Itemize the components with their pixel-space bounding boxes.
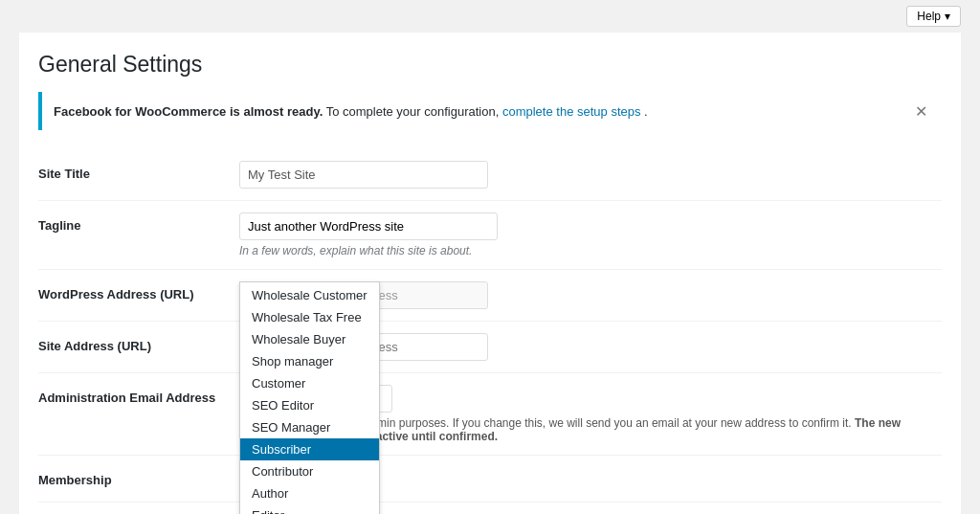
tagline-label: Tagline (38, 201, 230, 270)
site-address-label: Site Address (URL) (38, 322, 230, 373)
notice-after: . (644, 104, 648, 119)
help-label: Help (917, 10, 941, 23)
site-title-input[interactable] (239, 161, 488, 189)
new-user-role-row: New User Default Role Wholesale Customer… (38, 503, 942, 515)
dropdown-option[interactable]: Subscriber (240, 438, 379, 460)
site-title-cell (230, 149, 942, 201)
membership-label: Membership (38, 456, 230, 503)
page-wrapper: Help ▾ General Settings Facebook for Woo… (0, 0, 980, 514)
notice-bar: Facebook for WooCommerce is almost ready… (38, 92, 942, 130)
help-arrow: ▾ (945, 10, 950, 23)
dropdown-option[interactable]: Editor (240, 504, 379, 514)
wp-address-row: WordPress Address (URL) Wholesale Custom… (38, 270, 942, 322)
dropdown-option[interactable]: Customer (240, 372, 379, 394)
notice-close-button[interactable]: ✕ (911, 101, 930, 121)
site-title-row: Site Title (38, 149, 942, 201)
site-address-row: Site Address (URL) (38, 322, 942, 373)
site-title-label: Site Title (38, 149, 230, 201)
wp-address-cell: Wholesale CustomerWholesale Tax FreeWhol… (230, 270, 942, 322)
tagline-input[interactable] (239, 212, 498, 240)
content-area: General Settings Facebook for WooCommerc… (19, 33, 961, 514)
tagline-row: Tagline In a few words, explain what thi… (38, 201, 942, 270)
tagline-helper: In a few words, explain what this site i… (239, 244, 932, 257)
wp-address-label: WordPress Address (URL) (38, 270, 230, 322)
settings-table: Site Title Tagline In a few words, expla… (38, 149, 942, 514)
notice-text: Facebook for WooCommerce is almost ready… (54, 104, 648, 119)
dropdown-option[interactable]: Wholesale Buyer (240, 328, 379, 350)
dropdown-option[interactable]: Shop manager (240, 350, 379, 372)
dropdown-option[interactable]: Wholesale Tax Free (240, 306, 379, 328)
help-button[interactable]: Help ▾ (906, 6, 961, 27)
dropdown-option[interactable]: SEO Manager (240, 416, 379, 438)
dropdown-option[interactable]: Author (240, 482, 379, 504)
membership-row: Membership Anyone can register (38, 456, 942, 503)
notice-mid: To complete your configuration, (326, 104, 502, 119)
tagline-cell: In a few words, explain what this site i… (230, 201, 942, 270)
notice-bold: Facebook for WooCommerce is almost ready… (54, 104, 323, 119)
role-dropdown-list[interactable]: Wholesale CustomerWholesale Tax FreeWhol… (239, 281, 380, 514)
dropdown-option[interactable]: Contributor (240, 460, 379, 482)
admin-email-label: Administration Email Address (38, 373, 230, 456)
dropdown-option[interactable]: Wholesale Customer (240, 284, 379, 306)
top-bar: Help ▾ (0, 0, 980, 33)
page-title: General Settings (38, 52, 942, 78)
new-user-role-label: New User Default Role (38, 503, 230, 515)
admin-email-row: Administration Email Address This addres… (38, 373, 942, 456)
dropdown-option[interactable]: SEO Editor (240, 394, 379, 416)
notice-link[interactable]: complete the setup steps (502, 104, 641, 119)
